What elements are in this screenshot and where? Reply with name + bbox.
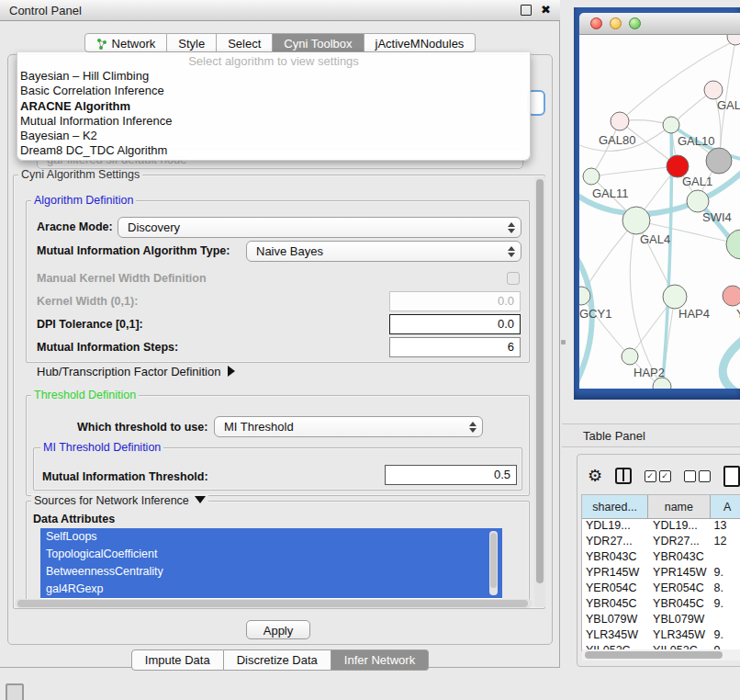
tab-infer-network[interactable]: Infer Network xyxy=(331,649,429,671)
table-row[interactable]: YPR145WYPR145W9. xyxy=(582,566,740,581)
settings-horizontal-scrollbar-thumb[interactable] xyxy=(17,600,528,607)
table-panel-title: Table Panel xyxy=(583,429,645,443)
table-cell xyxy=(710,550,740,566)
network-window-titlebar[interactable] xyxy=(579,13,740,35)
node-label-y: Y xyxy=(736,307,740,321)
mi-steps-label: Mutual Information Steps: xyxy=(37,341,178,354)
network-node[interactable] xyxy=(687,190,709,212)
apply-button[interactable]: Apply xyxy=(246,620,310,639)
column-header-a[interactable]: A xyxy=(711,495,740,518)
node-label-gal4: GAL4 xyxy=(640,232,670,246)
algorithm-option-mutual-information-inference[interactable]: Mutual Information Inference xyxy=(17,114,530,129)
network-node-hap2[interactable] xyxy=(622,348,638,365)
table-row[interactable]: YDR27...YDR27...12 xyxy=(582,535,740,550)
tab-select[interactable]: Select xyxy=(217,33,273,52)
network-node-hap4[interactable] xyxy=(663,285,687,309)
manual-kernel-checkbox[interactable] xyxy=(507,272,520,285)
panel-resize-handle[interactable] xyxy=(561,340,566,344)
attribute-item-betweennesscentrality[interactable]: BetweennessCentrality xyxy=(40,563,502,581)
dock-icon[interactable] xyxy=(6,683,24,700)
table-cell: 9. xyxy=(710,628,740,644)
tab-label: Select xyxy=(228,37,261,51)
tab-discretize-data[interactable]: Discretize Data xyxy=(224,649,331,671)
network-node[interactable] xyxy=(706,148,732,174)
stepper-icon xyxy=(508,222,515,233)
document-icon[interactable] xyxy=(723,466,740,487)
close-traffic-light-icon[interactable] xyxy=(590,17,602,29)
tab-style[interactable]: Style xyxy=(167,33,217,52)
table-row[interactable]: YBL079WYBL079W xyxy=(582,613,740,628)
tab-impute-data[interactable]: Impute Data xyxy=(131,649,224,671)
which-threshold-select[interactable]: MI Threshold xyxy=(214,416,483,437)
network-node-gal10[interactable] xyxy=(663,117,679,133)
table-cell: YER054C xyxy=(648,581,710,597)
control-panel-titlebar[interactable]: Control Panel ✖ xyxy=(0,0,560,21)
tab-jactivemnodules[interactable]: jActiveMNodules xyxy=(364,33,477,52)
table-cell: YDR27... xyxy=(582,535,648,550)
attribute-item-gal4rgexp[interactable]: gal4RGexp xyxy=(40,581,502,598)
tab-network[interactable]: Network xyxy=(84,33,168,52)
table-row[interactable]: YDL19...YDL19...13 xyxy=(582,519,740,535)
attribute-item-topologicalcoefficient[interactable]: TopologicalCoefficient xyxy=(40,546,502,563)
column-header-name[interactable]: name xyxy=(648,495,710,518)
table-panel-titlebar[interactable]: Table Panel xyxy=(562,423,740,447)
mi-steps-field[interactable]: 6 xyxy=(389,337,521,357)
settings-vertical-scrollbar-thumb[interactable] xyxy=(536,179,544,583)
table-row[interactable]: YLR345WYLR345W9. xyxy=(582,628,740,644)
hub-definition-expander[interactable]: Hub/Transcription Factor Definition xyxy=(37,365,235,378)
network-node-gal11[interactable] xyxy=(583,168,600,185)
algorithm-option-basic-correlation-inference[interactable]: Basic Correlation Inference xyxy=(17,84,530,98)
algorithm-dropdown-list: Bayesian – Hill ClimbingBasic Correlatio… xyxy=(17,69,530,159)
mi-threshold-label: Mutual Information Threshold: xyxy=(42,470,208,483)
unchecked-pair-icon[interactable] xyxy=(684,470,711,482)
table-row[interactable]: YBR045CYBR045C9. xyxy=(582,597,740,613)
column-header-shared[interactable]: shared... xyxy=(582,495,648,518)
table-row[interactable]: YER054CYER054C8. xyxy=(582,581,740,597)
table-cell: 13 xyxy=(710,519,740,535)
network-node-y[interactable] xyxy=(723,286,740,306)
attribute-item-selfloops[interactable]: SelfLoops xyxy=(40,528,502,546)
zoom-traffic-light-icon[interactable] xyxy=(629,17,641,29)
table-toolbar: ⚙ ✓✓ xyxy=(588,463,740,489)
float-window-icon[interactable] xyxy=(521,5,532,16)
stepper-icon xyxy=(508,246,515,257)
dpi-tolerance-field[interactable]: 0.0 xyxy=(389,314,521,334)
tab-label: Cyni Toolbox xyxy=(284,37,352,51)
sources-group-title[interactable]: Sources for Network Inference xyxy=(31,495,208,507)
network-node-gal[interactable] xyxy=(704,81,723,99)
table-cell: YBR043C xyxy=(582,550,648,566)
network-canvas[interactable]: GALGAL80GAL10GAL1GAL11GAL4SWI4GCY1HAP4YH… xyxy=(579,35,740,389)
table-row[interactable]: YBR043CYBR043C xyxy=(582,550,740,566)
table-cell: 12 xyxy=(710,535,740,550)
table-horizontal-scrollbar-thumb[interactable] xyxy=(585,651,723,659)
minimize-traffic-light-icon[interactable] xyxy=(610,17,622,29)
algorithm-option-dream8-dc-tdc-algorithm[interactable]: Dream8 DC_TDC Algorithm xyxy=(17,143,530,158)
tab-label: jActiveMNodules xyxy=(376,37,465,51)
columns-icon[interactable] xyxy=(615,468,631,484)
algorithm-option-bayesian-k2[interactable]: Bayesian – K2 xyxy=(17,129,530,143)
table-header-row: shared...nameA xyxy=(582,495,740,519)
aracne-mode-select[interactable]: Discovery xyxy=(118,217,521,238)
panel-title: Control Panel xyxy=(9,4,82,17)
attributes-scrollbar-thumb[interactable] xyxy=(490,533,497,588)
algorithm-option-aracne-algorithm[interactable]: ARACNE Algorithm xyxy=(17,99,530,114)
close-icon[interactable]: ✖ xyxy=(541,6,551,15)
algorithm-option-bayesian-hill-climbing[interactable]: Bayesian – Hill Climbing xyxy=(17,69,530,84)
table-cell: YBL079W xyxy=(648,613,710,628)
algorithm-dropdown: Select algorithm to view settings Bayesi… xyxy=(17,52,531,161)
table-cell: YPR145W xyxy=(582,566,648,581)
data-attributes-list[interactable]: SelfLoopsTopologicalCoefficientBetweenne… xyxy=(40,528,502,599)
network-node-gal80[interactable] xyxy=(611,112,629,130)
table-cell: YDL19... xyxy=(582,519,648,535)
table-cell: YDR27... xyxy=(648,535,710,550)
mi-type-select[interactable]: Naive Bayes xyxy=(246,241,521,262)
checked-pair-icon[interactable]: ✓✓ xyxy=(645,470,671,482)
mi-threshold-group-title: MI Threshold Definition xyxy=(40,442,163,454)
kernel-width-field[interactable]: 0.0 xyxy=(389,291,521,311)
gear-icon[interactable]: ⚙ xyxy=(588,467,602,485)
network-node-gal4[interactable] xyxy=(622,207,650,234)
node-label-gal80: GAL80 xyxy=(599,133,635,147)
screen: Control Panel ✖ NetworkStyleSelectCyni T… xyxy=(0,0,740,700)
tab-cyni-toolbox[interactable]: Cyni Toolbox xyxy=(273,33,364,52)
mi-threshold-field[interactable]: 0.5 xyxy=(385,465,517,485)
